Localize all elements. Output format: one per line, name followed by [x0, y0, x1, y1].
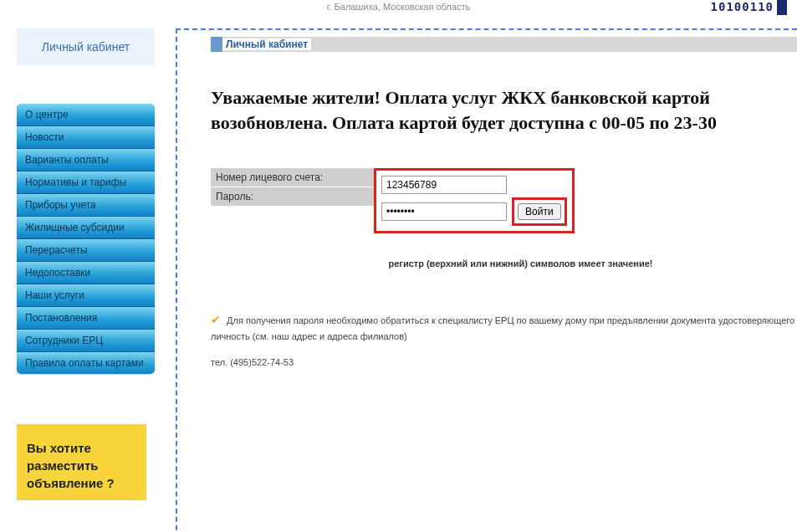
menu-item-shortfalls[interactable]: Недопоставки: [17, 262, 155, 284]
sidebar: Личный кабинет О центре Новости Варианты…: [0, 13, 176, 500]
account-label: Номер лицевого счета:: [211, 168, 374, 187]
sidebar-menu: О центре Новости Варианты оплаты Нормати…: [17, 104, 155, 374]
menu-item-about[interactable]: О центре: [17, 104, 155, 126]
password-input[interactable]: [381, 202, 507, 221]
menu-item-subsidies[interactable]: Жилищные субсидии: [17, 217, 155, 239]
section-title: Личный кабинет: [222, 38, 311, 50]
menu-item-services[interactable]: Наши услуги: [17, 284, 155, 307]
menu-item-card-rules[interactable]: Правила оплаты картами: [17, 352, 155, 374]
menu-item-meters[interactable]: Приборы учета: [17, 194, 155, 217]
menu-item-staff[interactable]: Сотрудники ЕРЦ: [17, 330, 155, 352]
password-label: Пароль:: [211, 187, 374, 207]
help-text: Для получения пароля необходимо обратить…: [211, 315, 794, 340]
check-icon: ✔: [211, 313, 221, 326]
login-button-highlight: Войти: [512, 197, 567, 226]
main-content: Личный кабинет Уважаемые жители! Оплата …: [176, 28, 797, 532]
ad-banner[interactable]: Вы хотите разместить объявление ?: [17, 424, 146, 500]
help-text-block: ✔ Для получения пароля необходимо обрати…: [211, 310, 797, 371]
login-form: Номер лицевого счета: Пароль: Войти: [211, 168, 797, 233]
menu-item-news[interactable]: Новости: [17, 126, 155, 149]
section-title-bar: Личный кабинет: [211, 37, 797, 52]
menu-item-norms-tariffs[interactable]: Нормативы и тарифы: [17, 171, 155, 194]
notice-heading: Уважаемые жители! Оплата услуг ЖКХ банко…: [211, 85, 789, 135]
menu-item-payment-options[interactable]: Варианты оплаты: [17, 149, 155, 171]
menu-item-recalcs[interactable]: Перерасчеты: [17, 239, 155, 262]
login-inputs-highlight: Войти: [374, 168, 575, 233]
account-input[interactable]: [381, 176, 507, 194]
lk-title-box: Личный кабинет: [17, 28, 155, 65]
login-button[interactable]: Войти: [518, 203, 561, 220]
case-sensitivity-warning: регистр (верхний или нижний) символов им…: [244, 258, 797, 269]
location-text: г. Балашиха, Московская область: [0, 0, 797, 13]
phone-text: тел. (495)522-74-53: [211, 356, 797, 371]
menu-item-decrees[interactable]: Постановления: [17, 307, 155, 330]
